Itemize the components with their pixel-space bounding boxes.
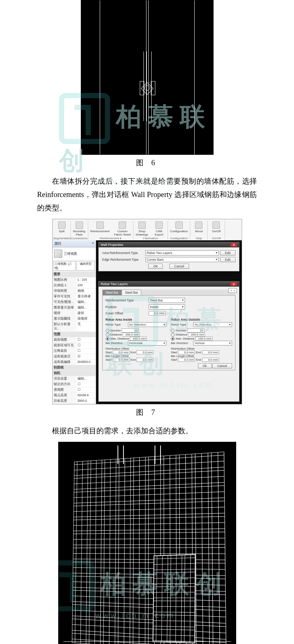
barlen-start-out[interactable]: 0.0 mm <box>178 358 195 362</box>
tab-steel-bar-1[interactable]: Steel Bar <box>102 290 122 295</box>
prop-section-header: 范围 <box>53 332 96 337</box>
bardir-in-select[interactable]: Horizontal <box>128 341 167 346</box>
edit-type-button[interactable]: 编辑类型 <box>76 261 95 271</box>
distoff-end-out[interactable]: 0.0 mm <box>202 350 219 354</box>
prop-section-header: 相机 <box>53 371 96 376</box>
maxdist-in-input[interactable]: 100.0 mm <box>130 337 147 341</box>
area-reinf-select[interactable]: Rebar Two Layers <box>145 250 219 256</box>
ribbon-icon <box>155 221 163 229</box>
distoff-start-out[interactable]: 0.0 mm <box>178 350 195 354</box>
figure-7-image: SplitSegmentationMountingPartsConnection… <box>52 219 242 404</box>
ribbon-group-label: On/Off <box>208 237 225 240</box>
number-out-input[interactable]: 10 <box>187 328 204 333</box>
close-icon[interactable]: X <box>231 243 237 247</box>
ribbon: SplitSegmentationMountingPartsConnection… <box>53 219 242 240</box>
distoff-start-in[interactable]: 0.0 mm <box>113 350 130 354</box>
maxdist-out-input[interactable]: 100.0 mm <box>195 337 212 341</box>
prop-row[interactable]: 渲染设置编辑... <box>53 376 96 382</box>
ribbon-group-label: Reinforcement ▾ <box>88 237 133 240</box>
rebar-dialog-title: Rebar Two Layers <box>101 282 128 286</box>
properties-title: 属性 <box>54 241 62 246</box>
prop-row[interactable]: 裁剪视图☐ <box>53 337 96 343</box>
distoff-end-in[interactable]: 0.0 mm <box>136 350 153 354</box>
distance-radio[interactable] <box>106 333 109 337</box>
prop-row[interactable]: 可见性/图形...编辑... <box>53 300 96 305</box>
prop-row[interactable]: 裁剪区域可见☐ <box>53 343 96 348</box>
barlen-start-in[interactable]: 0.0 mm <box>113 358 130 362</box>
ribbon-icon <box>96 221 104 229</box>
figure-6-caption: 图 6 <box>37 158 257 168</box>
paragraph-1: 在墙体拆分完成后，接下来就是给需要预制的墙体配筋，选择 Reinforcemen… <box>37 174 257 214</box>
ribbon-icon <box>58 221 66 229</box>
figure-6-image: 柏慕联创 www.lcbim.com <box>81 0 214 155</box>
prop-row[interactable]: 比例值 1:100 <box>53 283 96 288</box>
prop-section-header: 图形 <box>53 272 96 277</box>
figure-7-caption: 图 7 <box>37 407 257 417</box>
ribbon-icon <box>212 221 220 229</box>
ribbon-icon <box>76 221 83 229</box>
maxdist-radio-out[interactable] <box>171 337 175 341</box>
edge-reinf-select[interactable]: Corner Bars <box>145 257 219 262</box>
ok-button[interactable]: OK <box>148 264 162 269</box>
close-icon[interactable]: × <box>92 241 94 245</box>
area-reinf-edit-button[interactable]: Edit <box>220 250 235 256</box>
prop-row[interactable]: 视点高度49438.6 <box>53 393 96 398</box>
prop-row[interactable]: 注释裁剪☐ <box>53 348 96 354</box>
reinf-type-select[interactable]: Steel Bar <box>149 298 185 303</box>
edge-reinf-label: Edge Reinforcement Type <box>102 258 144 261</box>
rebar-dialog: Rebar Two LayersX ＋ × Steel Bar Steel Ba… <box>98 281 240 402</box>
ribbon-group-label: Fabrication <box>133 237 168 240</box>
paragraph-2: 根据自己项目的需求，去添加合适的参数。 <box>37 424 257 437</box>
ribbon-icon <box>195 221 202 229</box>
ribbon-group-label: Segmentation <box>53 237 70 240</box>
wall-properties-title: Wall Properties <box>101 243 123 247</box>
ribbon-icon <box>119 221 126 229</box>
view-type: 三维视图 <box>64 251 77 256</box>
prop-row[interactable]: 零件可见性显示两者 <box>53 294 96 300</box>
properties-panel: 属性× 三维视图 三维视图: {三维} 编辑类型 图形视图比例1 : 100比例… <box>53 240 96 404</box>
maxdist-radio[interactable] <box>106 337 109 341</box>
prop-row[interactable]: 目标高度3900.0 <box>53 398 96 404</box>
distance-radio-out[interactable] <box>171 333 175 337</box>
ribbon-icon <box>175 221 183 229</box>
prop-row[interactable]: 图形显示选项编辑... <box>53 305 96 311</box>
rebar-type-in-select[interactable]: No Selection <box>128 322 167 327</box>
cover-offset-input[interactable]: 0.0 mm <box>149 311 166 316</box>
distance-out-input[interactable]: 200.0 mm <box>188 333 205 337</box>
edge-reinf-edit-button[interactable]: Edit <box>220 257 235 262</box>
prop-row[interactable]: 详细程度精细 <box>53 288 96 294</box>
cancel-button[interactable]: Cancel <box>169 264 189 269</box>
prop-row[interactable]: 远剪裁激活☑ <box>53 354 96 360</box>
distance-in-input[interactable]: 200.0 mm <box>123 333 140 337</box>
tab-steel-bar-2[interactable]: Steel Bar <box>122 290 141 295</box>
number-radio-out[interactable] <box>171 329 175 333</box>
add-remove-buttons[interactable]: ＋ × <box>228 288 237 293</box>
prop-row[interactable]: 透视图☐ <box>53 387 96 393</box>
close-icon[interactable]: X <box>231 282 237 286</box>
number-in-input[interactable]: 10 <box>122 328 139 333</box>
prop-section-header: 剖面框 <box>53 365 96 370</box>
prop-row[interactable]: 视图比例1 : 100 <box>53 277 96 283</box>
prop-row[interactable]: 显示隐藏线按规程 <box>53 316 96 322</box>
view-selector[interactable]: 三维视图: {三维} <box>53 261 76 271</box>
figure-8-image: 柏慕联创 www.lcbim.com <box>58 442 236 644</box>
position-select[interactable]: Inside <box>149 304 185 310</box>
ribbon-group-label: Configuration <box>168 237 190 240</box>
prop-row[interactable]: 默认分析显示...无 <box>53 322 96 332</box>
barlen-end-out[interactable]: 0.0 mm <box>202 358 219 362</box>
area-reinf-label: Area Reinforcement Type <box>102 251 144 255</box>
view-cube-icon <box>54 250 62 258</box>
ribbon-group-label: Connections <box>71 237 88 240</box>
rebar-type-out-select[interactable]: No Selection <box>193 322 232 327</box>
prop-row[interactable]: 规程建筑 <box>53 311 96 316</box>
prop-row[interactable]: 远剪裁偏移304800.0 <box>53 360 96 365</box>
ribbon-icon <box>138 221 146 229</box>
barlen-end-in[interactable]: 0.0 mm <box>136 358 153 362</box>
number-radio[interactable] <box>106 329 109 333</box>
cancel-button[interactable]: Cancel <box>212 363 232 368</box>
bardir-out-select[interactable]: Vertical <box>193 341 232 346</box>
wall-properties-dialog: Wall PropertiesX Area Reinforcement Type… <box>98 242 240 271</box>
ribbon-group-label: Help <box>190 237 207 240</box>
ok-button[interactable]: Ok <box>198 363 212 368</box>
prop-row[interactable]: 锁定的方向☐ <box>53 382 96 387</box>
